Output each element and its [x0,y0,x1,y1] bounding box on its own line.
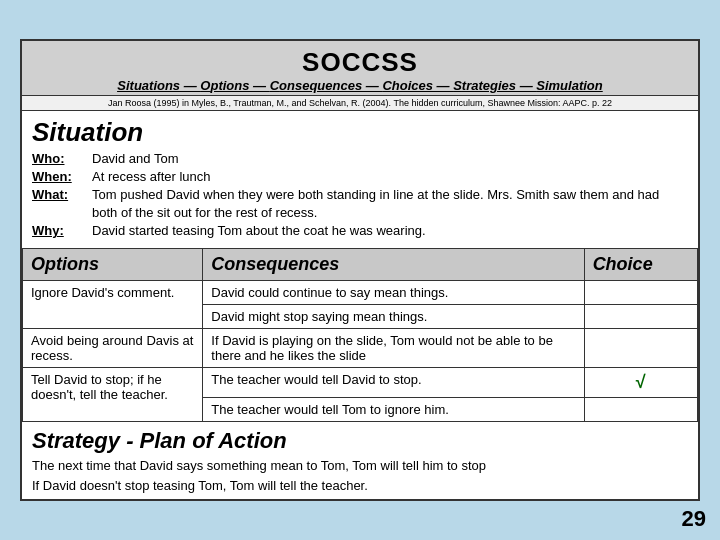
strategy-line: If David doesn't stop teasing Tom, Tom w… [32,476,688,496]
situation-title: Situation [32,117,688,148]
options-table-section: Options Consequences Choice Ignore David… [22,248,698,422]
consequence-cell: If David is playing on the slide, Tom wo… [203,329,584,368]
option-cell: Avoid being around Davis at recess. [23,329,203,368]
consequence-cell: David could continue to say mean things. [203,281,584,305]
option-cell: Ignore David's comment. [23,281,203,329]
strategy-text: The next time that David says something … [32,456,688,495]
what-value: Tom pushed David when they were both sta… [92,186,688,222]
page-number: 29 [682,506,706,532]
situation-grid: Who: David and Tom When: At recess after… [32,150,688,241]
table-row: Ignore David's comment.David could conti… [23,281,698,305]
why-label: Why: [32,222,92,240]
choice-cell: √ [584,368,697,398]
who-value: David and Tom [92,150,688,168]
citation-text: Jan Roosa (1995) in Myles, B., Trautman,… [22,96,698,111]
choice-cell [584,329,697,368]
th-options: Options [23,249,203,281]
choice-cell [584,305,697,329]
choice-cell [584,281,697,305]
strategy-section: Strategy - Plan of Action The next time … [22,422,698,499]
what-label: What: [32,186,92,222]
option-cell: Tell David to stop; if he doesn't, tell … [23,368,203,422]
table-row: Tell David to stop; if he doesn't, tell … [23,368,698,398]
who-label: Who: [32,150,92,168]
when-label: When: [32,168,92,186]
strategy-line: The next time that David says something … [32,456,688,476]
options-table: Options Consequences Choice Ignore David… [22,248,698,422]
th-consequences: Consequences [203,249,584,281]
header-section: SOCCSS Situations — Options — Consequenc… [22,41,698,96]
why-value: David started teasing Tom about the coat… [92,222,688,240]
header-subtitle: Situations — Options — Consequences — Ch… [26,78,694,93]
th-choice: Choice [584,249,697,281]
strategy-title: Strategy - Plan of Action [32,428,688,454]
subtitle-s1: Situations — Options — Consequences — Ch… [117,78,602,93]
situation-section: Situation Who: David and Tom When: At re… [22,111,698,245]
app-title: SOCCSS [26,47,694,78]
consequence-cell: The teacher would tell Tom to ignore him… [203,398,584,422]
consequence-cell: David might stop saying mean things. [203,305,584,329]
choice-cell [584,398,697,422]
table-row: Avoid being around Davis at recess.If Da… [23,329,698,368]
when-value: At recess after lunch [92,168,688,186]
consequence-cell: The teacher would tell David to stop. [203,368,584,398]
